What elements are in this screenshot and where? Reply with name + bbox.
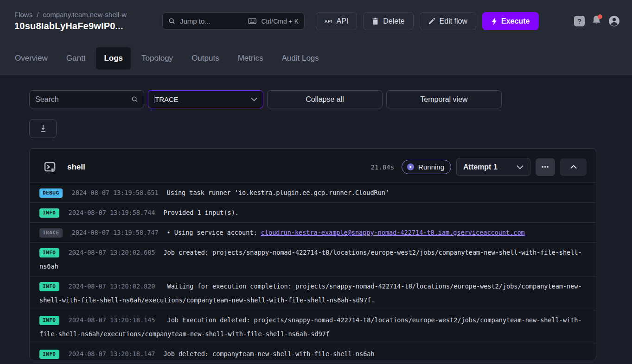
breadcrumb-namespace[interactable]: company.team.new-shell-w bbox=[43, 11, 127, 19]
log-message: Provided 1 input(s). bbox=[163, 209, 239, 216]
trash-icon bbox=[372, 18, 379, 25]
log-message: Using task runner ‘io.kestra.plugin.ee.g… bbox=[167, 189, 389, 196]
chevron-down-icon bbox=[517, 165, 523, 169]
task-panel-header: shell 21.84s Running Attempt 1 ••• bbox=[30, 149, 596, 182]
log-timestamp: 2024-08-07 13:19:58.744 bbox=[69, 209, 155, 216]
delete-button[interactable]: Delete bbox=[363, 12, 413, 30]
collapse-all-button[interactable]: Collapse all bbox=[267, 90, 383, 108]
help-icon[interactable]: ? bbox=[574, 16, 585, 26]
search-icon bbox=[131, 96, 138, 103]
collapse-panel-button[interactable] bbox=[560, 158, 587, 176]
attempt-label: Attempt 1 bbox=[463, 163, 498, 171]
tab-logs[interactable]: Logs bbox=[96, 47, 131, 69]
log-row: INFO2024-08-07 13:20:18.147Job deleted: … bbox=[30, 344, 596, 360]
log-search-input[interactable]: Search bbox=[29, 90, 144, 108]
log-level-value: TRACE bbox=[155, 95, 179, 103]
breadcrumb: Flows / company.team.new-shell-w bbox=[14, 11, 151, 19]
tab-overview[interactable]: Overview bbox=[7, 47, 56, 69]
terminal-icon bbox=[43, 160, 57, 174]
log-timestamp: 2024-08-07 13:20:02.685 bbox=[69, 249, 155, 256]
log-rows: DEBUG2024-08-07 13:19:58.651Using task r… bbox=[30, 182, 596, 360]
log-level-badge: INFO bbox=[39, 208, 59, 218]
tab-metrics[interactable]: Metrics bbox=[230, 47, 271, 69]
log-message: Job deleted: companyteam-new-shell-with-… bbox=[163, 350, 374, 358]
header-actions: API API Delete Edit flow Execute bbox=[316, 12, 539, 30]
log-timestamp: 2024-08-07 13:20:18.147 bbox=[69, 350, 155, 358]
log-level-badge: DEBUG bbox=[39, 188, 63, 198]
log-level-badge: INFO bbox=[39, 282, 59, 291]
api-button-label: API bbox=[337, 17, 349, 25]
log-row: TRACE2024-08-07 13:19:58.747• Using serv… bbox=[30, 222, 596, 242]
tab-audit-logs[interactable]: Audit Logs bbox=[274, 47, 326, 69]
log-link[interactable]: cloudrun-kestra-example@snappy-nomad-422… bbox=[261, 229, 525, 236]
task-name: shell bbox=[67, 163, 85, 172]
top-header: Flows / company.team.new-shell-w 10su8Ia… bbox=[0, 0, 632, 42]
attempt-selector[interactable]: Attempt 1 bbox=[456, 158, 530, 176]
breadcrumb-separator: / bbox=[37, 11, 38, 19]
download-row bbox=[29, 119, 632, 138]
page-title: 10su8IabLyHaFe9wIP0... bbox=[14, 21, 151, 31]
pencil-icon bbox=[428, 18, 435, 25]
text-caret bbox=[154, 95, 154, 103]
search-placeholder: Search bbox=[35, 95, 59, 104]
logs-content: Search TRACE Collapse all Temporal view bbox=[0, 75, 632, 360]
execute-button-label: Execute bbox=[501, 17, 530, 25]
api-button[interactable]: API API bbox=[316, 12, 357, 30]
log-level-badge: INFO bbox=[39, 248, 59, 257]
breadcrumb-flows[interactable]: Flows bbox=[14, 11, 32, 19]
log-timestamp: 2024-08-07 13:20:02.820 bbox=[69, 282, 155, 290]
download-icon bbox=[39, 125, 47, 132]
chevron-up-icon bbox=[570, 165, 577, 169]
status-badge[interactable]: Running bbox=[402, 160, 451, 174]
header-title-block: Flows / company.team.new-shell-w 10su8Ia… bbox=[14, 11, 151, 31]
log-row: INFO2024-08-07 13:20:02.685Job created: … bbox=[30, 242, 596, 276]
search-icon bbox=[168, 18, 175, 25]
play-circle-icon bbox=[407, 163, 415, 171]
download-logs-button[interactable] bbox=[29, 119, 57, 138]
log-row: INFO2024-08-07 13:19:58.744Provided 1 in… bbox=[30, 202, 596, 222]
delete-button-label: Delete bbox=[383, 17, 404, 25]
status-label: Running bbox=[418, 163, 444, 171]
execute-button[interactable]: Execute bbox=[482, 12, 539, 30]
log-timestamp: 2024-08-07 13:20:18.145 bbox=[69, 316, 155, 324]
log-level-badge: INFO bbox=[39, 316, 59, 325]
task-duration: 21.84s bbox=[371, 163, 395, 171]
edit-flow-button-label: Edit flow bbox=[440, 17, 467, 25]
tab-gantt[interactable]: Gantt bbox=[58, 47, 94, 69]
more-options-button[interactable]: ••• bbox=[536, 158, 555, 176]
log-timestamp: 2024-08-07 13:19:58.651 bbox=[72, 189, 159, 196]
api-icon: API bbox=[325, 19, 332, 24]
chevron-down-icon bbox=[251, 97, 257, 101]
user-avatar[interactable] bbox=[608, 15, 620, 27]
log-level-select[interactable]: TRACE bbox=[148, 90, 263, 108]
notifications-bell-icon[interactable] bbox=[592, 15, 601, 27]
log-row: DEBUG2024-08-07 13:19:58.651Using task r… bbox=[30, 182, 596, 202]
keyboard-icon bbox=[248, 18, 256, 24]
log-row: INFO2024-08-07 13:20:18.145 Job Executio… bbox=[30, 310, 596, 344]
tab-outputs[interactable]: Outputs bbox=[184, 47, 227, 69]
tab-topology[interactable]: Topology bbox=[134, 47, 181, 69]
temporal-view-label: Temporal view bbox=[420, 95, 467, 104]
log-timestamp: 2024-08-07 13:19:58.747 bbox=[72, 229, 159, 236]
jump-to-shortcut: Ctrl/Cmd + K bbox=[261, 18, 299, 25]
temporal-view-button[interactable]: Temporal view bbox=[386, 90, 502, 108]
log-level-badge: INFO bbox=[39, 350, 59, 359]
log-level-badge: TRACE bbox=[39, 228, 63, 238]
lightning-icon bbox=[492, 18, 497, 25]
notification-dot bbox=[598, 14, 602, 19]
header-icons: ? bbox=[574, 15, 620, 27]
log-row: INFO2024-08-07 13:20:02.820 Waiting for … bbox=[30, 276, 596, 310]
edit-flow-button[interactable]: Edit flow bbox=[420, 12, 476, 30]
execution-tabs: Overview Gantt Logs Topology Outputs Met… bbox=[0, 42, 632, 75]
filter-row: Search TRACE Collapse all Temporal view bbox=[29, 90, 632, 108]
jump-to-search[interactable]: Jump to... Ctrl/Cmd + K bbox=[162, 13, 305, 30]
task-log-panel: shell 21.84s Running Attempt 1 ••• bbox=[29, 148, 596, 360]
task-panel-controls: 21.84s Running Attempt 1 ••• bbox=[371, 158, 587, 176]
log-message: • Using service account: bbox=[167, 229, 261, 236]
jump-to-placeholder: Jump to... bbox=[180, 17, 211, 25]
collapse-all-label: Collapse all bbox=[306, 95, 344, 104]
